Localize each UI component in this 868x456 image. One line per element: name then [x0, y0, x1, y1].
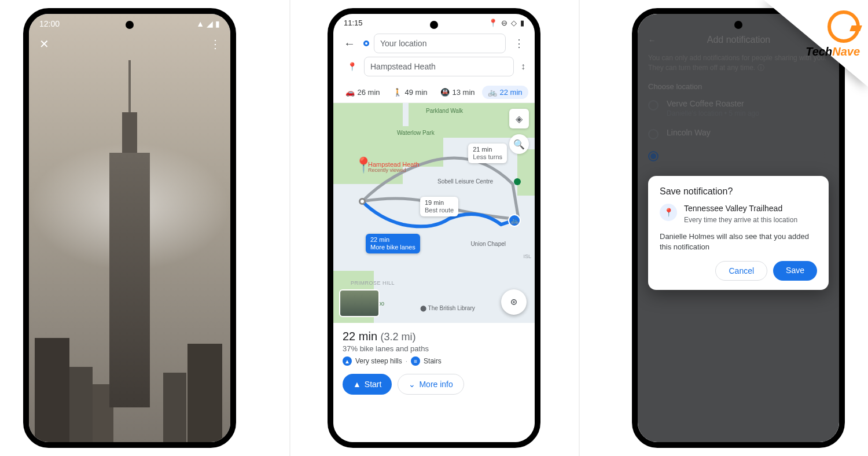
- tab-drive[interactable]: 🚗 26 min: [340, 86, 385, 99]
- map-label-library: ⬤ The British Library: [420, 305, 475, 311]
- dialog-title: Save notification?: [660, 186, 817, 197]
- tab-bike[interactable]: 🚲 22 min: [482, 86, 528, 99]
- destination-pin-icon: 📍: [347, 62, 357, 71]
- start-button[interactable]: ▲ Start: [343, 374, 392, 395]
- stairs-icon: ≡: [411, 356, 420, 366]
- destination-map-label: Hampstead Heath Recently viewed: [368, 161, 420, 174]
- route-chip-less-turns[interactable]: 21 min Less turns: [468, 144, 507, 163]
- travel-mode-tabs: 🚗 26 min 🚶 49 min 🚇 13 min 🚲 22 min: [333, 81, 535, 103]
- dialog-location-sub: Every time they arrive at this location: [684, 216, 797, 225]
- more-icon[interactable]: ⋮: [510, 37, 528, 50]
- cancel-button[interactable]: Cancel: [715, 261, 767, 281]
- map-label-sobell: Sobell Leisure Centre: [437, 178, 493, 185]
- phone-aerial-view: 12:00 ▲ ◢ ▮ ✕ ⋮: [23, 8, 236, 448]
- map-label-isl: ISL: [523, 253, 531, 259]
- map-label-parkland: Parkland Walk: [426, 108, 463, 114]
- phone-camera-dot: [734, 21, 742, 29]
- phone-maps-directions: 11:15 📍⊖◇▮ ← Your location ⋮ 📍 Hampstead…: [328, 8, 540, 448]
- more-icon[interactable]: ⋮: [209, 37, 220, 51]
- route-chip-bike-lanes[interactable]: 22 min More bike lanes: [366, 234, 420, 253]
- trip-duration-distance: 22 min (3.2 mi): [343, 330, 525, 343]
- trip-lanes-info: 37% bike lanes and paths: [343, 344, 525, 353]
- route-chip-best[interactable]: 19 min Best route: [420, 197, 458, 216]
- technave-wordmark: TechNave: [806, 45, 860, 58]
- close-icon[interactable]: ✕: [39, 37, 49, 51]
- poi-dot-icon: [514, 178, 521, 185]
- empire-state-building: [109, 153, 150, 407]
- map-label-waterlow: Waterlow Park: [397, 130, 435, 136]
- map-label-primrose: PRIMROSE HILL: [351, 280, 395, 286]
- status-icons: 📍⊖◇▮: [488, 19, 524, 27]
- technave-logo-icon: [827, 10, 860, 43]
- more-info-button[interactable]: ⌄ More info: [398, 374, 464, 395]
- route-dest-bike-icon: 🚲: [508, 214, 521, 227]
- map-label-chapel: Union Chapel: [470, 241, 506, 247]
- streetview-thumbnail[interactable]: [339, 289, 380, 317]
- back-arrow-icon[interactable]: ←: [340, 35, 359, 53]
- save-button[interactable]: Save: [773, 261, 817, 281]
- hills-icon: ▲: [343, 356, 352, 366]
- layers-icon[interactable]: ◈: [509, 109, 529, 128]
- tab-walk[interactable]: 🚶 49 min: [387, 86, 433, 99]
- dialog-location-name: Tennessee Valley Trailhead: [684, 204, 797, 214]
- route-origin-dot: [359, 198, 366, 205]
- search-icon[interactable]: 🔍: [509, 134, 529, 154]
- phone-camera-dot: [430, 21, 438, 29]
- tab-transit[interactable]: 🚇 13 min: [435, 86, 480, 99]
- my-location-icon[interactable]: [501, 289, 527, 315]
- phone-camera-dot: [126, 21, 134, 29]
- location-pin-icon: 📍: [660, 204, 677, 221]
- origin-dot-icon: [363, 41, 369, 46]
- save-notification-dialog: Save notification? 📍 Tennessee Valley Tr…: [648, 176, 829, 290]
- route-summary-sheet: 22 min (3.2 mi) 37% bike lanes and paths…: [333, 323, 535, 403]
- status-time: 11:15: [344, 19, 363, 27]
- destination-field[interactable]: Hampstead Heath: [364, 57, 514, 76]
- technave-logo-corner: TechNave: [752, 0, 868, 93]
- swap-icon[interactable]: ↕: [518, 61, 528, 72]
- status-time: 12:00: [39, 19, 60, 28]
- map-canvas[interactable]: 🚲 📍 Hampstead Heath Recently viewed Park…: [333, 103, 535, 323]
- trip-warnings: ▲Very steep hills · ≡Stairs: [343, 356, 525, 366]
- svg-point-1: [513, 301, 514, 303]
- origin-field[interactable]: Your location: [374, 34, 506, 53]
- dialog-disclaimer: Danielle Holmes will also see that you a…: [660, 231, 817, 252]
- status-icons: ▲ ◢ ▮: [196, 19, 220, 28]
